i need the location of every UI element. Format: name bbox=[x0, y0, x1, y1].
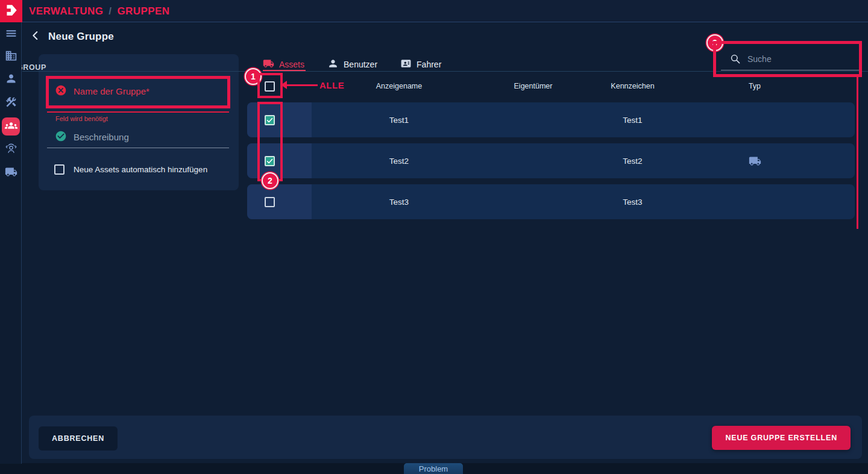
column-header-eigentuemer[interactable]: Eigentümer bbox=[486, 82, 580, 90]
annotation-vertical-line bbox=[857, 77, 858, 229]
annotation-badge-2: 2 bbox=[262, 172, 278, 189]
asset-type-truck-icon bbox=[685, 155, 824, 167]
description-field[interactable]: Beschreibung bbox=[74, 132, 129, 142]
breadcrumb-section[interactable]: VERWALTUNG bbox=[29, 5, 103, 17]
tab-label: Fahrer bbox=[417, 60, 441, 69]
annotation-arrow-line bbox=[286, 84, 318, 86]
check-circle-icon bbox=[55, 130, 67, 142]
tab-label: Benutzer bbox=[344, 60, 377, 69]
breadcrumb-separator: / bbox=[108, 5, 112, 17]
sidebar-item-vehicles[interactable] bbox=[0, 162, 22, 184]
user-icon bbox=[5, 72, 17, 87]
group-name-field[interactable]: Name der Gruppe* bbox=[74, 86, 149, 96]
annotation-arrowhead bbox=[281, 81, 287, 89]
error-circle-icon bbox=[55, 84, 67, 96]
row-checkbox[interactable] bbox=[265, 197, 275, 207]
tab-benutzer[interactable]: Benutzer bbox=[327, 58, 377, 71]
page-title: Neue Gruppe bbox=[48, 31, 114, 43]
select-all-checkbox[interactable] bbox=[265, 81, 275, 92]
chevron-left-icon bbox=[29, 29, 42, 45]
new-group-page: VERWALTUNG / GRUPPEN Neue Gruppe GROUP N… bbox=[0, 0, 868, 474]
arrow-d-logo-icon bbox=[4, 2, 19, 20]
group-name-underline bbox=[47, 111, 229, 113]
search-box bbox=[721, 49, 860, 70]
sidebar-item-team[interactable] bbox=[0, 139, 22, 161]
tab-fahrer[interactable]: Fahrer bbox=[400, 58, 441, 71]
page-header: Neue Gruppe bbox=[29, 30, 114, 43]
column-header-kennzeichen[interactable]: Kennzeichen bbox=[580, 82, 685, 90]
tab-bar: Assets Benutzer Fahrer bbox=[263, 58, 441, 71]
column-header-typ[interactable]: Typ bbox=[685, 82, 824, 90]
table-row[interactable]: Test2 Test2 bbox=[247, 143, 855, 178]
menu-icon bbox=[5, 27, 17, 42]
auto-add-assets-option[interactable]: Neue Assets automatisch hinzufügen bbox=[54, 164, 207, 175]
annotation-badge-1: 1 bbox=[245, 68, 262, 85]
truck-icon bbox=[263, 58, 274, 71]
sidebar-item-groups[interactable] bbox=[0, 116, 22, 137]
tools-icon bbox=[5, 96, 17, 111]
cell-kennzeichen: Test1 bbox=[580, 116, 685, 125]
auto-add-label: Neue Assets automatisch hinzufügen bbox=[74, 165, 207, 174]
group-name-error-message: Feld wird benötigt bbox=[55, 115, 108, 122]
annotation-badge-3: 3 bbox=[706, 34, 723, 51]
cell-kennzeichen: Test2 bbox=[580, 157, 685, 166]
cell-kennzeichen: Test3 bbox=[580, 198, 685, 207]
truck-icon bbox=[5, 166, 17, 181]
topbar: VERWALTUNG / GRUPPEN bbox=[0, 0, 868, 22]
back-button[interactable] bbox=[29, 30, 42, 43]
search-input[interactable] bbox=[747, 51, 856, 67]
create-group-button[interactable]: NEUE GRUPPE ERSTELLEN bbox=[712, 426, 851, 450]
row-checkbox[interactable] bbox=[265, 156, 275, 166]
id-card-icon bbox=[400, 58, 412, 71]
breadcrumb-page: GRUPPEN bbox=[117, 5, 169, 17]
tabs-divider bbox=[22, 71, 868, 72]
sidebar-item-tools[interactable] bbox=[0, 92, 22, 114]
problem-feedback-tab[interactable]: Problem bbox=[404, 463, 463, 474]
sidebar-item-company[interactable] bbox=[0, 46, 22, 67]
team-icon bbox=[5, 143, 17, 158]
cell-anzeigename: Test1 bbox=[312, 116, 486, 125]
cell-anzeigename: Test3 bbox=[312, 198, 486, 207]
breadcrumb: VERWALTUNG / GRUPPEN bbox=[29, 0, 169, 22]
app-logo[interactable] bbox=[0, 0, 22, 22]
tab-assets[interactable]: Assets bbox=[263, 58, 304, 71]
sidebar-menu-toggle[interactable] bbox=[0, 23, 22, 45]
cancel-button[interactable]: ABBRECHEN bbox=[39, 426, 118, 451]
table-row[interactable]: Test3 Test3 bbox=[247, 184, 855, 219]
cell-anzeigename: Test2 bbox=[312, 157, 486, 166]
description-underline bbox=[47, 148, 229, 148]
sidebar-item-users[interactable] bbox=[0, 69, 22, 90]
row-checkbox[interactable] bbox=[265, 115, 275, 125]
table-row[interactable]: Test1 Test1 bbox=[247, 102, 855, 137]
sidebar bbox=[0, 22, 22, 464]
tab-label: Assets bbox=[279, 60, 304, 69]
search-underline bbox=[721, 70, 860, 70]
annotation-alle-label: ALLE bbox=[319, 80, 344, 90]
building-icon bbox=[5, 49, 17, 64]
footer-action-bar: ABBRECHEN NEUE GRUPPE ERSTELLEN bbox=[29, 416, 862, 459]
auto-add-checkbox[interactable] bbox=[54, 164, 64, 175]
user-icon bbox=[327, 58, 339, 71]
